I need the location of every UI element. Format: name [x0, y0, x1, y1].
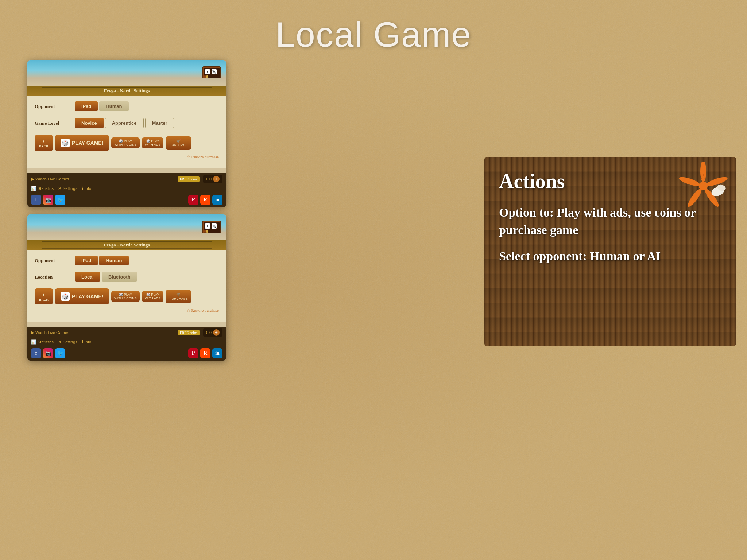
starfish-decoration — [676, 162, 731, 210]
info-btn-2[interactable]: ℹ Info — [82, 339, 91, 345]
info-icon-2: ℹ — [82, 339, 84, 345]
opponent-btn-group-2: iPad Human — [75, 256, 129, 265]
purchase-icon-1: 🛒 — [176, 139, 181, 143]
stats-bar-2: ▶ Watch Live Games FREE coins 0.0 + — [27, 327, 226, 338]
svg-rect-8 — [204, 75, 206, 78]
instagram-icon-1[interactable]: 📷 — [43, 195, 53, 205]
linkedin-icon-1[interactable]: in — [212, 195, 222, 205]
settings-title-bar-1: Fevga - Narde Settings — [27, 86, 226, 96]
back-btn-1[interactable]: ‹ BACK — [35, 135, 53, 151]
beach-header-2: iTavli — [27, 214, 226, 240]
game-level-btn-group-1: Novice Apprentice Master — [75, 118, 174, 128]
play-ads-btn-1[interactable]: 🎲 PLAYWITH ADS — [142, 137, 164, 148]
opponent-human-btn-1[interactable]: Human — [99, 101, 128, 111]
play-coins-btn-1[interactable]: 🎲 PLAYWITH 4 COINS — [111, 137, 140, 148]
reddit-icon-1[interactable]: R — [200, 195, 210, 205]
instagram-icon-2[interactable]: 📷 — [43, 348, 53, 358]
info-icon-1: ℹ — [82, 186, 84, 191]
svg-point-4 — [207, 71, 208, 73]
svg-point-5 — [213, 71, 215, 73]
info-btn-1[interactable]: ℹ Info — [82, 186, 91, 191]
actions-text-2: Select opponent: Human or AI — [499, 248, 721, 265]
statistics-btn-2[interactable]: 📊 Statistics — [31, 339, 54, 345]
facebook-icon-1[interactable]: f — [31, 195, 41, 205]
settings-card-2: iTavli Fevga - Narde Settings Opponent i… — [27, 214, 226, 361]
svg-rect-19 — [204, 230, 206, 233]
dice-icon-1: 🎲 — [61, 139, 70, 147]
restore-link-1[interactable]: ☆ Restore purchase — [35, 155, 219, 159]
page-title: Local Game — [0, 15, 747, 55]
svg-point-27 — [699, 182, 708, 190]
purchase-btn-1[interactable]: 🛒 PURCHASE — [166, 136, 191, 150]
svg-point-23 — [706, 175, 728, 188]
stats-settings-bar-1: 📊 Statistics ✕ Settings ℹ Info — [27, 185, 226, 193]
actions-panel: Actions Option to: Play with ads, use co… — [484, 157, 736, 346]
svg-point-29 — [705, 178, 706, 179]
opponent-human-btn-2[interactable]: Human — [99, 256, 128, 265]
location-btn-group-2: Local Bluetooth — [75, 272, 137, 282]
left-panel: iTavli Fevga - Narde Settings Opponent i… — [27, 60, 226, 368]
settings-icon-2: ✕ — [58, 339, 62, 345]
stats-icon-2: 📊 — [31, 339, 36, 345]
svg-point-18 — [215, 227, 216, 228]
divider-1 — [27, 171, 226, 171]
svg-rect-20 — [206, 230, 208, 233]
reddit-icon-2[interactable]: R — [200, 348, 210, 358]
divider-2 — [27, 324, 226, 324]
opponent-row-1: Opponent iPad Human — [35, 101, 219, 111]
svg-text:iTavli: iTavli — [204, 79, 213, 83]
location-bluetooth-btn-2[interactable]: Bluetooth — [102, 272, 137, 282]
counter-plus-2[interactable]: + — [213, 329, 220, 336]
opponent-ipad-btn-2[interactable]: iPad — [75, 256, 98, 265]
play-game-btn-2[interactable]: 🎲 PLAY GAME! — [55, 288, 109, 304]
watch-icon-1: ▶ — [31, 176, 34, 182]
free-coins-badge-2[interactable]: FREE coins — [178, 330, 200, 335]
play-game-btn-1[interactable]: 🎲 PLAY GAME! — [55, 135, 109, 151]
settings-btn-2[interactable]: ✕ Settings — [58, 339, 77, 345]
opponent-ipad-btn-1[interactable]: iPad — [75, 101, 98, 111]
svg-rect-9 — [206, 75, 208, 78]
location-local-btn-2[interactable]: Local — [75, 272, 100, 282]
settings-title-bar-2: Fevga - Narde Settings — [27, 240, 226, 250]
facebook-icon-2[interactable]: f — [31, 348, 41, 358]
play-ads-btn-2[interactable]: 🎲 PLAYWITH ADS — [142, 291, 164, 302]
stats-bar-1: ▶ Watch Live Games FREE coins 0.0 + — [27, 173, 226, 185]
svg-point-25 — [686, 187, 703, 208]
counter-plus-1[interactable]: + — [213, 176, 220, 182]
location-label-2: Location — [35, 274, 75, 280]
settings-card-1: iTavli Fevga - Narde Settings Opponent i… — [27, 60, 226, 207]
svg-point-7 — [215, 73, 216, 74]
opponent-label-2: Opponent — [35, 258, 75, 264]
linkedin-icon-2[interactable]: in — [212, 348, 222, 358]
watch-live-btn-1[interactable]: ▶ Watch Live Games — [31, 176, 69, 182]
svg-point-26 — [678, 175, 701, 188]
restore-link-2[interactable]: ☆ Restore purchase — [35, 308, 219, 313]
counter-display-1: 0.0 + — [203, 175, 222, 183]
svg-point-6 — [213, 70, 214, 71]
watch-live-btn-2[interactable]: ▶ Watch Live Games — [31, 330, 69, 335]
statistics-btn-1[interactable]: 📊 Statistics — [31, 186, 54, 191]
settings-btn-1[interactable]: ✕ Settings — [58, 186, 77, 191]
back-btn-2[interactable]: ‹ BACK — [35, 288, 53, 304]
pinterest-icon-2[interactable]: P — [188, 348, 198, 358]
pinterest-icon-1[interactable]: P — [188, 195, 198, 205]
watch-icon-2: ▶ — [31, 330, 34, 335]
level-novice-btn-1[interactable]: Novice — [75, 118, 104, 128]
action-buttons-2: ‹ BACK 🎲 PLAY GAME! 🎲 PLAYWITH 4 COINS 🎲… — [35, 288, 219, 304]
free-coins-badge-1[interactable]: FREE coins — [178, 176, 200, 182]
counter-display-2: 0.0 + — [203, 328, 222, 337]
svg-point-16 — [213, 225, 215, 227]
game-level-row-1: Game Level Novice Apprentice Master — [35, 118, 219, 128]
play-coins-btn-2[interactable]: 🎲 PLAYWITH 4 COINS — [111, 291, 140, 302]
level-apprentice-btn-1[interactable]: Apprentice — [105, 118, 144, 128]
social-bottom-1: f 📷 🐦 P R in — [27, 193, 226, 207]
dice-icon-2: 🎲 — [61, 292, 70, 301]
beach-header-1: iTavli — [27, 60, 226, 86]
location-row-2: Location Local Bluetooth — [35, 272, 219, 282]
app-body-2: Opponent iPad Human Location Local Bluet… — [27, 250, 226, 322]
twitter-icon-1[interactable]: 🐦 — [55, 195, 65, 205]
app-icon-2: iTavli — [201, 217, 222, 237]
twitter-icon-2[interactable]: 🐦 — [55, 348, 65, 358]
purchase-btn-2[interactable]: 🛒 PURCHASE — [166, 290, 191, 303]
level-master-btn-1[interactable]: Master — [145, 118, 174, 128]
